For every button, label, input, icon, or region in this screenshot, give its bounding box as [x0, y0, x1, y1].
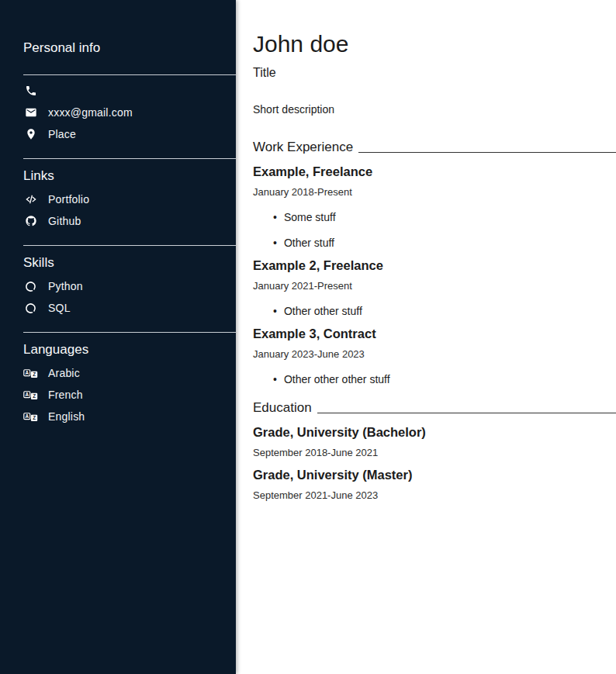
language-icon: [23, 388, 38, 403]
bullet-dot: •: [273, 237, 277, 250]
resume-section: Work Experience Example, Freelance Janua…: [253, 139, 616, 386]
section-entries: Grade, University (Bachelor) September 2…: [253, 424, 616, 502]
entry-bullets: • Some stuff • Other stuff: [253, 211, 616, 250]
languages-list: Arabic French English: [23, 362, 236, 427]
sidebar-skill-label: Python: [48, 280, 83, 292]
bullet-item: • Some stuff: [273, 211, 616, 224]
entry-dates: January 2023-June 2023: [253, 348, 616, 361]
resume-entry: Grade, University (Bachelor) September 2…: [253, 424, 616, 459]
sidebar: Personal info xxxx@gmail.com Place: [0, 0, 236, 674]
short-description: Short description: [253, 103, 616, 116]
entry-dates: September 2018-June 2021: [253, 447, 616, 459]
entry-title: Example 2, Freelance: [253, 258, 616, 273]
bullet-dot: •: [273, 211, 277, 224]
place-icon: [23, 128, 38, 140]
sidebar-language-item: Arabic: [23, 362, 236, 384]
divider: [23, 158, 236, 159]
divider: [23, 332, 236, 333]
bullet-text: Other other stuff: [284, 305, 362, 318]
sidebar-heading-skills: Skills: [23, 255, 236, 271]
entry-title: Example, Freelance: [253, 164, 616, 179]
bullet-item: • Other other stuff: [273, 305, 616, 318]
entry-dates: January 2018-Present: [253, 186, 616, 199]
sidebar-item: Place: [23, 123, 236, 145]
section-heading-rule: [358, 152, 616, 153]
sidebar-language-item: English: [23, 406, 236, 427]
sidebar-skill-label: SQL: [48, 302, 71, 314]
sidebar-language-label: Arabic: [48, 367, 80, 379]
entry-dates: January 2021-Present: [253, 280, 616, 292]
resume-entry: Example, Freelance January 2018-Present …: [253, 164, 616, 250]
email-icon: [23, 106, 38, 119]
section-heading-text: Education: [253, 399, 312, 416]
resume-sections: Work Experience Example, Freelance Janua…: [253, 139, 616, 502]
sidebar-section-links: Links Portfolio Github: [23, 158, 236, 232]
section-heading-rule: [317, 413, 616, 413]
personal-info-list: xxxx@gmail.com Place: [23, 80, 236, 145]
sidebar-section-skills: Skills Python SQL: [23, 245, 236, 319]
resume-main: John doe Title Short description Work Ex…: [236, 0, 616, 674]
bullet-text: Some stuff: [284, 211, 336, 224]
phone-icon: [23, 85, 38, 97]
sidebar-language-item: French: [23, 384, 236, 406]
sidebar-link-item[interactable]: Github: [23, 210, 236, 232]
github-icon: [23, 215, 38, 227]
sidebar-language-label: English: [48, 410, 85, 423]
section-heading-text: Work Experience: [253, 139, 353, 156]
sidebar-skill-item: SQL: [23, 297, 236, 319]
entry-bullets: • Other other stuff: [253, 305, 616, 318]
sidebar-link-label[interactable]: Portfolio: [48, 193, 89, 206]
sidebar-link-label[interactable]: Github: [48, 215, 81, 227]
sidebar-section-languages: Languages Arabic French Engli: [23, 332, 236, 427]
sidebar-link-item[interactable]: Portfolio: [23, 188, 236, 210]
skill-icon: [23, 281, 38, 292]
links-list: Portfolio Github: [23, 188, 236, 232]
resume-section: Education Grade, University (Bachelor) S…: [253, 399, 616, 502]
sidebar-item-label: Place: [48, 128, 76, 140]
language-icon: [23, 366, 38, 381]
resume-entry: Grade, University (Master) September 202…: [253, 467, 616, 502]
section-heading: Work Experience: [253, 139, 616, 156]
section-heading: Education: [253, 399, 616, 416]
sidebar-item-label: xxxx@gmail.com: [48, 106, 133, 119]
sidebar-heading-links: Links: [23, 168, 236, 184]
entry-dates: September 2021-June 2023: [253, 489, 616, 502]
resume-entry: Example 2, Freelance January 2021-Presen…: [253, 258, 616, 318]
person-title: Title: [253, 65, 616, 80]
bullet-dot: •: [273, 373, 277, 386]
entry-title: Grade, University (Bachelor): [253, 424, 616, 440]
sidebar-heading-personal-info: Personal info: [23, 40, 236, 56]
skills-list: Python SQL: [23, 275, 236, 319]
code-icon: [23, 193, 38, 206]
sidebar-item: [23, 80, 236, 102]
bullet-dot: •: [273, 305, 277, 318]
bullet-item: • Other stuff: [273, 237, 616, 250]
language-icon: [23, 410, 38, 424]
resume-entry: Example 3, Contract January 2023-June 20…: [253, 326, 616, 386]
bullet-item: • Other other other stuff: [273, 373, 616, 386]
entry-title: Grade, University (Master): [253, 467, 616, 482]
divider: [23, 245, 236, 246]
section-entries: Example, Freelance January 2018-Present …: [253, 164, 616, 386]
sidebar-item: xxxx@gmail.com: [23, 102, 236, 123]
bullet-text: Other stuff: [284, 237, 334, 250]
entry-title: Example 3, Contract: [253, 326, 616, 341]
bullet-text: Other other other stuff: [284, 373, 390, 386]
sidebar-skill-item: Python: [23, 275, 236, 297]
sidebar-language-label: French: [48, 389, 83, 401]
resume-page: Personal info xxxx@gmail.com Place: [0, 0, 616, 674]
sidebar-heading-languages: Languages: [23, 342, 236, 358]
skill-icon: [23, 302, 38, 314]
entry-bullets: • Other other other stuff: [253, 373, 616, 386]
person-name: John doe: [253, 31, 616, 57]
divider: [23, 74, 236, 75]
